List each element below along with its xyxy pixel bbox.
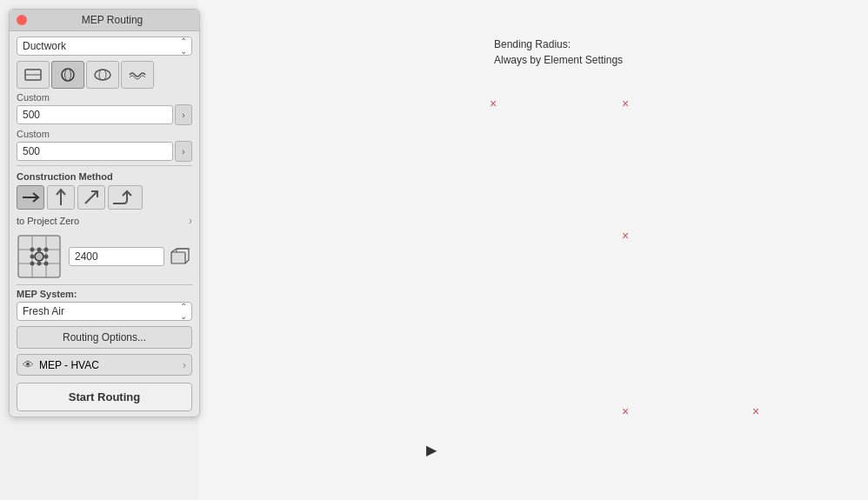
svg-line-8 [85,191,97,203]
bend-method-btn[interactable] [108,185,143,210]
ductwork-dropdown-wrapper[interactable]: Ductwork Pipework Cable Tray ⌃ ⌄ [17,37,192,56]
cross-marker-4: × [622,405,629,417]
grid-icon [17,234,62,279]
svg-point-14 [35,252,43,261]
mep-hvac-left: 👁 MEP - HVAC [23,358,99,371]
mep-system-label: MEP System: [17,289,192,299]
mep-hvac-label: MEP - HVAC [39,359,99,371]
svg-point-21 [30,255,35,259]
svg-point-3 [65,69,71,81]
cross-marker-5: × [752,405,759,417]
cross-marker-3: × [622,230,629,242]
duct-type-icon-row [17,61,192,89]
to-project-zero-label: to Project Zero [17,216,79,226]
panel-title: MEP Routing [32,14,192,26]
chevron-right-icon: › [189,215,192,227]
divider-1 [17,165,192,166]
svg-point-20 [37,262,42,266]
svg-point-19 [37,248,42,252]
cursor: ▶ [426,442,437,458]
mep-hvac-chevron-icon: › [183,359,186,371]
panel-titlebar: MEP Routing [10,10,199,31]
svg-point-5 [99,70,106,80]
close-button[interactable] [17,15,27,25]
3d-box-icon [168,247,192,266]
horizontal-method-btn[interactable] [17,185,44,210]
divider-2 [17,284,192,285]
diagonal-method-btn[interactable] [77,185,105,210]
offset-diagram [17,234,192,279]
width-increment-btn[interactable]: › [175,104,192,125]
svg-rect-23 [171,252,185,263]
routing-options-button[interactable]: Routing Options... [17,326,192,349]
flex-duct-btn[interactable] [121,61,154,89]
svg-point-4 [95,70,110,80]
input-row-2: › [17,141,192,162]
eye-icon: 👁 [23,358,34,371]
oval-duct-btn[interactable] [86,61,119,89]
svg-point-17 [30,262,35,266]
svg-point-15 [30,248,35,252]
offset-input-wrapper [69,247,192,266]
svg-point-16 [44,248,49,252]
mep-system-dropdown[interactable]: Fresh Air Supply Air Return Air Exhaust … [17,302,192,321]
input-row-1: › [17,104,192,125]
svg-point-18 [44,262,49,266]
rect-duct-btn[interactable] [17,61,50,89]
mep-routing-panel: MEP Routing Ductwork Pipework Cable Tray… [9,9,200,417]
height-input[interactable] [17,142,173,161]
cross-marker-2: × [622,97,629,110]
construction-method-label: Construction Method [17,171,192,182]
offset-input[interactable] [69,247,164,266]
custom-label-1: Custom [17,92,192,103]
height-increment-btn[interactable]: › [175,141,192,162]
mep-hvac-row[interactable]: 👁 MEP - HVAC › [17,354,192,376]
svg-point-2 [62,69,74,81]
construction-method-row [17,185,192,210]
bending-radius-text: Bending Radius: Always by Element Settin… [494,37,623,68]
width-input[interactable] [17,105,173,124]
custom-label-2: Custom [17,129,192,139]
start-routing-button[interactable]: Start Routing [17,383,192,411]
panel-body: Ductwork Pipework Cable Tray ⌃ ⌄ [10,31,199,417]
vertical-method-btn[interactable] [47,185,75,210]
ductwork-dropdown[interactable]: Ductwork Pipework Cable Tray [17,37,192,56]
round-duct-btn[interactable] [51,61,84,89]
canvas-area: Bending Radius: Always by Element Settin… [198,0,868,500]
to-project-zero-row[interactable]: to Project Zero › [17,213,192,229]
cross-marker-1: × [490,97,497,110]
svg-point-22 [44,255,49,259]
mep-system-dropdown-wrapper[interactable]: Fresh Air Supply Air Return Air Exhaust … [17,302,192,321]
